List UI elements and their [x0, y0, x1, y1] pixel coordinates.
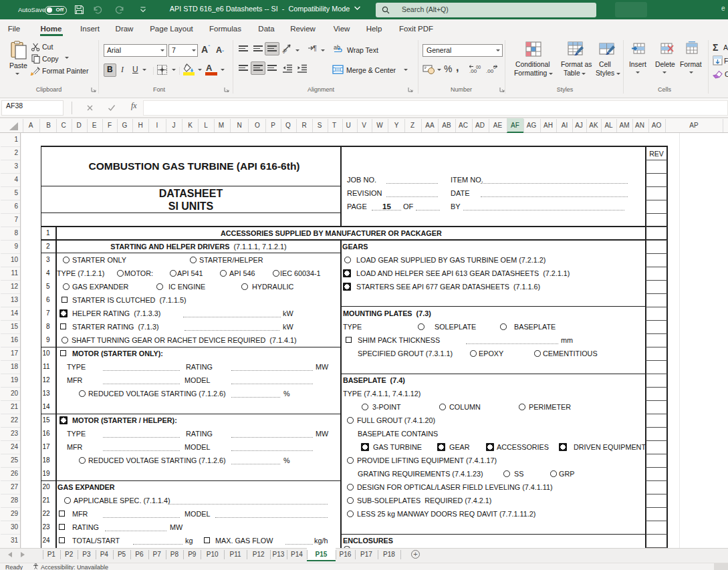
svg-text:00: 00 [476, 65, 481, 69]
svg-text:¶: ¶ [313, 44, 317, 52]
svg-text:ab: ab [334, 44, 340, 51]
svg-text:.00: .00 [486, 68, 494, 74]
svg-text:0: 0 [493, 65, 496, 69]
